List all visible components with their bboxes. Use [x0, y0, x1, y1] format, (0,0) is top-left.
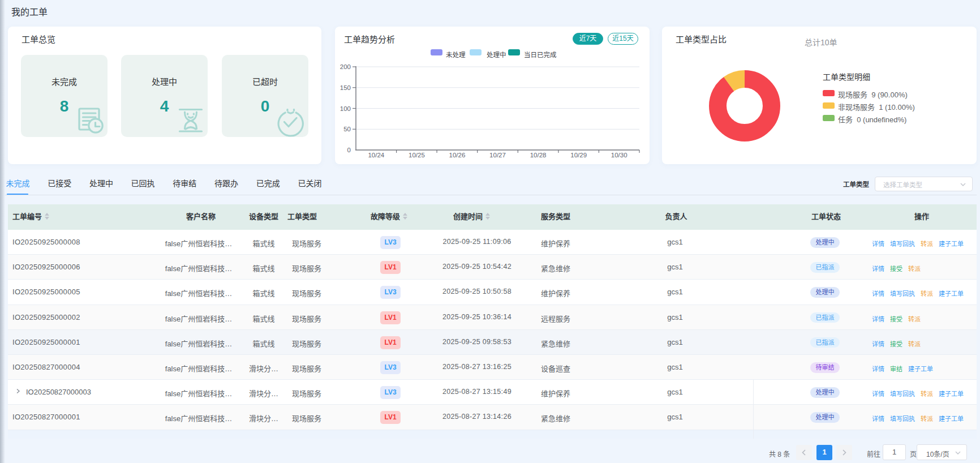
svg-text:50: 50	[343, 126, 351, 132]
svg-text:200: 200	[340, 63, 351, 70]
svg-text:10/27: 10/27	[489, 152, 506, 158]
svg-text:10/29: 10/29	[570, 152, 587, 158]
svg-text:10/26: 10/26	[449, 152, 466, 158]
svg-text:100: 100	[340, 105, 351, 112]
svg-text:10/30: 10/30	[611, 152, 627, 158]
svg-text:150: 150	[340, 84, 351, 91]
svg-text:0: 0	[347, 147, 351, 153]
svg-text:10/28: 10/28	[530, 152, 547, 158]
svg-text:10/24: 10/24	[368, 152, 384, 158]
svg-text:10/25: 10/25	[409, 152, 425, 158]
